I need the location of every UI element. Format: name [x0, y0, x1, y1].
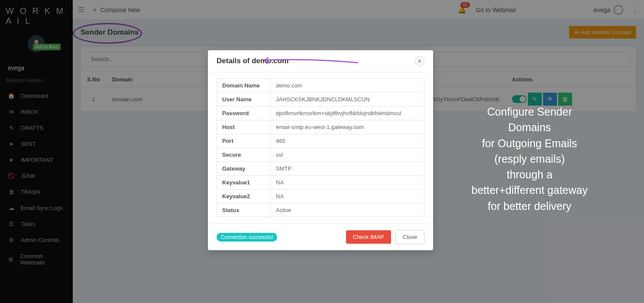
detail-user-name: JAHSCKSKJBNKJDNCLDKMLSCUN	[271, 93, 424, 106]
close-icon[interactable]: ✕	[415, 56, 424, 66]
detail-port: 465	[271, 134, 424, 148]
check-imap-button[interactable]: Check IMAP	[346, 230, 391, 244]
detail-domain-name: demo.com	[271, 79, 424, 93]
annotation-text: Configure SenderDomainsfor Outgoing Emai…	[472, 104, 588, 214]
detail-password: dpofkmvrlkmsrlkm+skjdfbvjhvfbkfdvjndkfvk…	[271, 106, 424, 120]
detail-host: email-smtp.eu-west-1.gateway.com	[271, 120, 424, 134]
connection-status-badge: Connection successful	[217, 233, 277, 242]
detail-keyvalue1: NA	[271, 176, 424, 190]
detail-gateway: SMTP	[271, 162, 424, 176]
details-modal: Details of demo.com ✕ Domain Namedemo.co…	[208, 50, 433, 250]
detail-keyvalue2: NA	[271, 190, 424, 203]
details-table: Domain Namedemo.com User NameJAHSCKSKJBN…	[217, 78, 424, 217]
modal-title: Details of demo.com	[217, 57, 288, 65]
detail-secure: ssl	[271, 148, 424, 162]
close-modal-button[interactable]: Close	[395, 230, 424, 244]
detail-status: Active	[271, 203, 424, 217]
